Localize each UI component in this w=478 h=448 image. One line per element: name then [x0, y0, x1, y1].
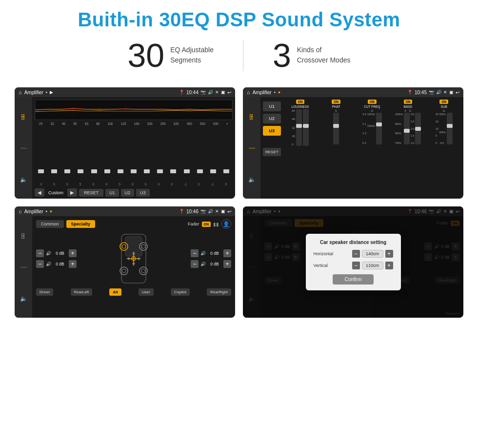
eq-play-icon[interactable]: ▶ [50, 90, 53, 95]
eq-window-icon: ▣ [221, 90, 225, 95]
fader-sidebar: 🎚 〰 🔈 [15, 216, 32, 318]
cross-reset-btn[interactable]: RESET [263, 148, 281, 156]
eq-reset-btn[interactable]: RESET [79, 189, 103, 197]
crossover-screen: ⌂ Amplifier ▪ ● 📍 10:45 📷 🔊 ✕ ▣ ↩ 🎚 〰 🔈 [243, 87, 463, 199]
dialog-overlay: Car speaker distance setting Horizontal … [243, 206, 463, 318]
cross-home-icon[interactable]: ⌂ [247, 89, 250, 95]
cross-u2-btn[interactable]: U2 [263, 114, 281, 123]
fader-screen: ⌂ Amplifier ▪ ● 📍 10:46 📷 🔊 ✕ ▣ ↩ 🎚 〰 🔈 [15, 206, 235, 318]
all-btn[interactable]: All [109, 288, 121, 296]
cross-u3-btn[interactable]: U3 [263, 126, 281, 136]
cross-dot-icon: ● [278, 90, 280, 95]
channel-loudness: ON LOUDNESS 644832160 [283, 100, 318, 196]
fader-x-icon[interactable]: ✕ [215, 209, 219, 214]
horizontal-label: Horizontal [314, 251, 334, 256]
home-icon[interactable]: ⌂ [19, 89, 22, 95]
dialog-vertical-row: Vertical − 110cm + [314, 262, 393, 269]
eq-tune-icon[interactable]: 🎚 [20, 113, 27, 121]
eq-freq-labels: 253240506380100 125160200250320400500630… [35, 122, 233, 125]
vertical-label: Vertical [314, 263, 328, 268]
specialty-tab[interactable]: Specialty [66, 220, 96, 228]
fader-window-icon: ▣ [221, 209, 225, 214]
eq-camera-icon: 📷 [200, 90, 206, 95]
eq-u1-btn[interactable]: U1 [105, 189, 119, 197]
eq-bottom-controls: ◀ Custom ▶ RESET U1 U2 U3 [35, 188, 233, 197]
rl-plus[interactable]: + [69, 260, 77, 268]
cross-status-bar: ⌂ Amplifier ▪ ● 📍 10:45 📷 🔊 ✕ ▣ ↩ [243, 87, 463, 97]
fl-plus[interactable]: + [69, 249, 77, 257]
page-header: Buith-in 30EQ DSP Sound System [0, 0, 478, 35]
cross-back-icon[interactable]: ↩ [456, 90, 459, 95]
driver-btn[interactable]: Driver [36, 288, 53, 296]
channel-phat: ON PHAT G [319, 100, 353, 196]
cross-screen-title: Amplifier [253, 90, 272, 95]
cross-u1-btn[interactable]: U1 [263, 102, 281, 111]
eq-vol2-icon[interactable]: 🔈 [20, 176, 27, 183]
fader-screen-title: Amplifier [24, 209, 43, 214]
eq-u2-btn[interactable]: U2 [121, 189, 135, 197]
fader-rec-icon: ▪ [46, 209, 47, 214]
fader-wave-icon[interactable]: 〰 [20, 264, 27, 271]
eq-record-icon: ▪ [46, 90, 47, 95]
eq-chart [35, 100, 233, 120]
cross-x-icon[interactable]: ✕ [443, 90, 447, 95]
eq-u3-btn[interactable]: U3 [136, 189, 150, 197]
horizontal-minus[interactable]: − [352, 250, 360, 258]
fader-controls-icon: ▮▮ [213, 222, 219, 227]
svg-point-8 [122, 269, 126, 273]
distance-dialog: Car speaker distance setting Horizontal … [306, 234, 401, 290]
stat-eq-label: EQ AdjustableSegments [170, 45, 214, 65]
eq-x-icon[interactable]: ✕ [215, 90, 219, 95]
eq-wave-icon[interactable]: 〰 [20, 145, 27, 152]
eq-prev-btn[interactable]: ◀ [35, 188, 44, 197]
stat-eq-number: 30 [128, 39, 165, 72]
fader-time: 10:46 [186, 209, 199, 214]
confirm-button[interactable]: Confirm [333, 274, 373, 285]
stat-crossover-label: Kinds ofCrossover Modes [297, 45, 351, 65]
cross-sidebar: 🎚 〰 🔈 [243, 97, 260, 199]
rl-minus[interactable]: − [36, 260, 44, 268]
vertical-value: 110cm [362, 262, 383, 269]
eq-screen-title: Amplifier [24, 90, 43, 95]
screens-grid: ⌂ Amplifier ▪ ▶ 📍 10:44 📷 🔊 ✕ ▣ ↩ 🎚 〰 🔈 [0, 80, 478, 318]
fader-label: Fader [188, 222, 199, 226]
eq-back-icon[interactable]: ↩ [227, 90, 231, 95]
stat-crossover: 3 Kinds ofCrossover Modes [243, 39, 380, 72]
eq-screen: ⌂ Amplifier ▪ ▶ 📍 10:44 📷 🔊 ✕ ▣ ↩ 🎚 〰 🔈 [15, 87, 235, 199]
rearleft-btn[interactable]: RearLeft [71, 288, 93, 296]
vertical-plus[interactable]: + [385, 262, 393, 269]
cross-wave-icon[interactable]: 〰 [249, 145, 255, 152]
profile-icon[interactable]: 👤 [221, 219, 231, 229]
svg-marker-17 [138, 257, 141, 260]
eq-next-btn[interactable]: ▶ [67, 188, 77, 197]
eq-faders [35, 126, 233, 182]
fr-minus[interactable]: − [191, 249, 199, 257]
svg-marker-16 [126, 257, 129, 260]
fader-vol2-icon[interactable]: 🔈 [20, 295, 27, 302]
channel-cutfreq: ON CUT FREQ G 3.02.11.30.5 125Hz100Hz [355, 100, 389, 196]
user-btn[interactable]: User [139, 288, 154, 296]
eq-status-bar: ⌂ Amplifier ▪ ▶ 📍 10:44 📷 🔊 ✕ ▣ ↩ [15, 87, 235, 97]
svg-marker-15 [132, 263, 135, 266]
rr-plus[interactable]: + [223, 260, 231, 268]
dialog-title: Car speaker distance setting [314, 240, 393, 245]
copilot-btn[interactable]: Copilot [171, 288, 190, 296]
page-title: Buith-in 30EQ DSP Sound System [0, 9, 478, 31]
stats-row: 30 EQ AdjustableSegments 3 Kinds ofCross… [0, 35, 478, 80]
distance-screen: ⌂ Amplifier ▪ ● 📍 10:46 📷 🔊 ✕ ▣ ↩ 🎚 〰 🔈 [243, 206, 463, 318]
fl-minus[interactable]: − [36, 249, 44, 257]
vertical-minus[interactable]: − [352, 262, 360, 269]
cross-vol2-icon[interactable]: 🔈 [248, 176, 256, 183]
eq-sidebar: 🎚 〰 🔈 [15, 97, 32, 199]
common-tab[interactable]: Common [36, 220, 64, 228]
horizontal-plus[interactable]: + [385, 250, 393, 258]
rr-minus[interactable]: − [191, 260, 199, 268]
stat-crossover-number: 3 [273, 39, 291, 72]
rearright-btn[interactable]: RearRight [207, 288, 231, 296]
fader-tune-icon[interactable]: 🎚 [20, 232, 27, 240]
fader-back-icon[interactable]: ↩ [227, 209, 231, 214]
fader-home-icon[interactable]: ⌂ [19, 208, 22, 214]
cross-tune-icon[interactable]: 🎚 [248, 113, 255, 121]
fr-plus[interactable]: + [223, 249, 231, 257]
stat-eq: 30 EQ AdjustableSegments [99, 39, 243, 72]
